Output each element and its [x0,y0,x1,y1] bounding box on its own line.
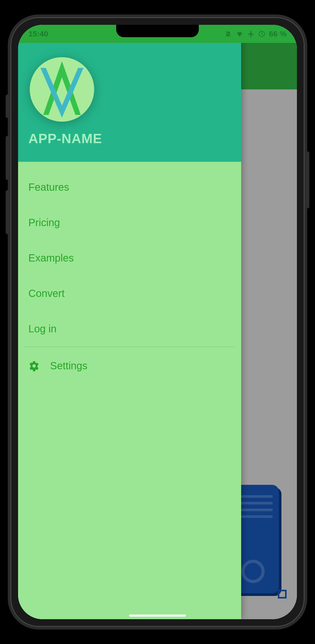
phone-side-button [6,136,9,180]
phone-frame: r app o rom ut and ill r App [8,14,307,630]
drawer-item-login[interactable]: Log in [18,311,241,347]
drawer-item-examples[interactable]: Examples [18,240,241,276]
drawer-list: Features Pricing Examples Convert Log in [18,162,241,392]
drawer-header: APP-NAME [18,25,241,162]
drawer-item-label: Features [28,181,69,193]
drawer-item-convert[interactable]: Convert [18,276,241,311]
drawer-item-label: Examples [28,252,74,264]
phone-side-button [6,95,9,118]
wifi-icon [235,30,244,37]
drawer-item-pricing[interactable]: Pricing [18,205,241,240]
drawer-item-label: Convert [28,288,65,299]
drawer-item-features[interactable]: Features [18,170,241,205]
phone-side-button [306,151,309,208]
status-battery: 66 % [269,29,287,38]
phone-screen: r app o rom ut and ill r App [18,25,297,619]
gear-icon [28,360,40,372]
drawer-item-label: Pricing [28,217,60,228]
drawer-app-name: APP-NAME [28,131,231,146]
app-logo [28,56,96,123]
phone-side-button [6,190,9,234]
status-time: 15:40 [28,29,48,38]
bell-off-icon [225,30,232,37]
drawer-item-label: Settings [50,360,88,372]
drawer-item-settings[interactable]: Settings [18,347,241,385]
battery-icon [258,30,265,37]
home-indicator[interactable] [129,615,186,617]
airplane-icon [247,30,255,37]
drawer-item-label: Log in [28,323,57,334]
phone-notch [116,25,199,37]
navigation-drawer: APP-NAME Features Pricing Examples Conve… [18,25,241,619]
